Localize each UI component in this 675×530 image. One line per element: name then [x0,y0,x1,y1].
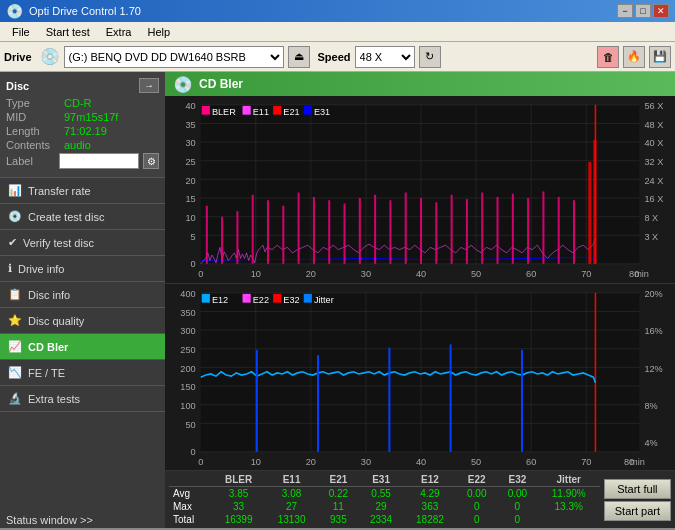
svg-text:35: 35 [185,118,195,129]
verify-test-disc-label: Verify test disc [23,237,94,249]
label-input[interactable] [59,153,139,169]
sidebar-item-cd-bler[interactable]: 📈 CD Bler [0,334,165,360]
eject-button[interactable]: ⏏ [288,46,310,68]
create-test-disc-label: Create test disc [28,211,104,223]
cd-bler-label: CD Bler [28,341,68,353]
sidebar-item-disc-quality[interactable]: ⭐ Disc quality [0,308,165,334]
svg-text:E12: E12 [212,293,228,304]
svg-text:150: 150 [180,381,195,392]
menu-extra[interactable]: Extra [98,24,140,40]
svg-rect-67 [527,198,529,264]
svg-text:50: 50 [471,455,481,466]
menu-help[interactable]: Help [139,24,178,40]
cd-bler-icon: 📈 [8,340,22,353]
toolbar: Drive 💿 (G:) BENQ DVD DD DW1640 BSRB ⏏ S… [0,42,675,72]
drive-icon: 💿 [40,47,60,66]
max-e21: 11 [318,500,359,513]
erase-button[interactable]: 🗑 [597,46,619,68]
disc-info-icon: 📋 [8,288,22,301]
svg-rect-47 [221,217,223,264]
menu-start-test[interactable]: Start test [38,24,98,40]
col-e12: E12 [403,473,456,487]
col-e31: E31 [359,473,404,487]
svg-rect-56 [359,198,361,264]
svg-rect-68 [542,191,544,263]
close-button[interactable]: ✕ [653,4,669,18]
menu-file[interactable]: File [4,24,38,40]
save-button[interactable]: 💾 [649,46,671,68]
svg-text:8%: 8% [644,399,658,410]
svg-text:20: 20 [185,174,195,185]
svg-text:4%: 4% [644,437,658,448]
col-e21: E21 [318,473,359,487]
svg-rect-66 [512,194,514,264]
svg-text:E22: E22 [253,293,269,304]
svg-rect-61 [435,202,437,263]
svg-text:E11: E11 [253,105,269,116]
svg-text:15: 15 [185,193,195,204]
svg-text:24 X: 24 X [644,174,663,185]
svg-text:min: min [634,268,649,279]
sidebar-item-create-test-disc[interactable]: 💿 Create test disc [0,204,165,230]
drive-select[interactable]: (G:) BENQ DVD DD DW1640 BSRB [64,46,284,68]
svg-rect-79 [304,106,312,115]
svg-text:E31: E31 [314,105,330,116]
svg-text:56 X: 56 X [644,100,663,111]
col-bler: BLER [212,473,265,487]
svg-text:40: 40 [185,100,195,111]
charts-area: 40 35 30 25 20 15 10 5 0 56 X 48 X 40 X … [165,96,675,471]
svg-text:16%: 16% [644,325,663,336]
fe-te-icon: 📉 [8,366,22,379]
svg-text:200: 200 [180,362,195,373]
refresh-button[interactable]: ↻ [419,46,441,68]
sidebar-item-extra-tests[interactable]: 🔬 Extra tests [0,386,165,412]
label-label: Label [6,155,55,167]
disc-panel: Disc → Type CD-R MID 97m15s17f Length 71… [0,72,165,178]
start-full-button[interactable]: Start full [604,479,671,499]
max-e32: 0 [497,500,538,513]
sidebar-item-fe-te[interactable]: 📉 FE / TE [0,360,165,386]
svg-rect-57 [374,195,376,264]
svg-text:0: 0 [198,455,203,466]
svg-text:20%: 20% [644,287,663,298]
start-buttons: Start full Start part [604,473,671,526]
svg-text:30: 30 [361,455,371,466]
total-e11: 13130 [265,513,318,526]
sidebar-item-disc-info[interactable]: 📋 Disc info [0,282,165,308]
svg-rect-52 [298,193,300,264]
burn-button[interactable]: 🔥 [623,46,645,68]
avg-e21: 0.22 [318,487,359,501]
svg-text:25: 25 [185,156,195,167]
table-row: Total 16399 13130 935 2334 18282 0 0 [169,513,600,526]
svg-rect-77 [273,106,281,115]
cdbler-title: CD Bler [199,77,243,91]
start-part-button[interactable]: Start part [604,501,671,521]
chart2-container: 400 350 300 250 200 150 100 50 0 20% 16%… [165,284,675,472]
svg-text:0: 0 [190,258,195,269]
svg-rect-46 [206,206,208,264]
cdbler-header: 💿 CD Bler [165,72,675,96]
menu-bar: File Start test Extra Help [0,22,675,42]
speed-select[interactable]: 48 X 40 X 32 X [355,46,415,68]
maximize-button[interactable]: □ [635,4,651,18]
sidebar-item-drive-info[interactable]: ℹ Drive info [0,256,165,282]
max-jitter: 13.3% [538,500,600,513]
sidebar-item-verify-test-disc[interactable]: ✔ Verify test disc [0,230,165,256]
avg-e11: 3.08 [265,487,318,501]
title-bar: 💿 Opti Drive Control 1.70 − □ ✕ [0,0,675,22]
app-icon: 💿 [6,3,23,19]
mid-value: 97m15s17f [64,111,118,123]
status-window-button[interactable]: Status window >> [0,512,165,528]
svg-rect-62 [451,195,453,264]
svg-rect-129 [202,293,210,302]
sidebar-item-transfer-rate[interactable]: 📊 Transfer rate [0,178,165,204]
minimize-button[interactable]: − [617,4,633,18]
bottom-area: BLER E11 E21 E31 E12 E22 E32 Jitter Avg … [165,471,675,528]
svg-rect-75 [243,106,251,115]
content-area: 💿 CD Bler [165,72,675,528]
contents-value: audio [64,139,91,151]
total-e22: 0 [456,513,497,526]
disc-arrow-button[interactable]: → [139,78,159,93]
svg-text:20: 20 [306,455,316,466]
gear-button[interactable]: ⚙ [143,153,159,169]
